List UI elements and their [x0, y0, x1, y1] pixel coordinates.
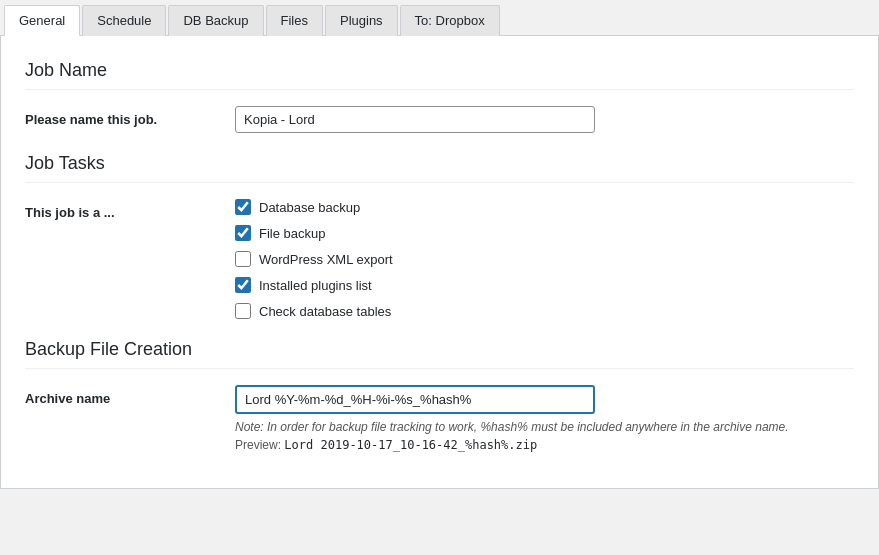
checkbox-database-backup[interactable]: Database backup [235, 199, 854, 215]
preview-value: Lord 2019-10-17_10-16-42_%hash%.zip [284, 438, 537, 452]
job-tasks-checkboxes: Database backup File backup WordPress XM… [235, 199, 854, 319]
preview-label: Preview: [235, 438, 281, 452]
job-tasks-section-title: Job Tasks [25, 153, 854, 183]
job-name-label: Please name this job. [25, 106, 235, 127]
checkbox-plugins-list[interactable]: Installed plugins list [235, 277, 854, 293]
checkbox-wordpress-xml-label: WordPress XML export [259, 252, 393, 267]
tab-schedule[interactable]: Schedule [82, 5, 166, 36]
tab-bar: General Schedule DB Backup Files Plugins… [0, 0, 879, 36]
job-tasks-row: This job is a ... Database backup File b… [25, 199, 854, 319]
checkbox-file-backup-input[interactable] [235, 225, 251, 241]
archive-name-row: Archive name Note: In order for backup f… [25, 385, 854, 452]
checkbox-check-db-tables-input[interactable] [235, 303, 251, 319]
main-content: Job Name Please name this job. Job Tasks… [0, 36, 879, 489]
checkbox-database-backup-label: Database backup [259, 200, 360, 215]
archive-name-control: Note: In order for backup file tracking … [235, 385, 854, 452]
tab-to-dropbox[interactable]: To: Dropbox [400, 5, 500, 36]
archive-name-label: Archive name [25, 385, 235, 406]
job-name-row: Please name this job. [25, 106, 854, 133]
job-name-input[interactable] [235, 106, 595, 133]
checkbox-file-backup-label: File backup [259, 226, 325, 241]
tab-plugins[interactable]: Plugins [325, 5, 398, 36]
note-content: In order for backup file tracking to wor… [264, 420, 789, 434]
tab-general[interactable]: General [4, 5, 80, 36]
backup-file-section-title: Backup File Creation [25, 339, 854, 369]
checkbox-database-backup-input[interactable] [235, 199, 251, 215]
tab-files[interactable]: Files [266, 5, 323, 36]
archive-preview: Preview: Lord 2019-10-17_10-16-42_%hash%… [235, 438, 854, 452]
tab-db-backup[interactable]: DB Backup [168, 5, 263, 36]
checkbox-wordpress-xml-input[interactable] [235, 251, 251, 267]
checkbox-file-backup[interactable]: File backup [235, 225, 854, 241]
job-name-section-title: Job Name [25, 60, 854, 90]
checkbox-wordpress-xml[interactable]: WordPress XML export [235, 251, 854, 267]
checkbox-plugins-list-label: Installed plugins list [259, 278, 372, 293]
archive-name-input[interactable] [235, 385, 595, 414]
archive-note: Note: In order for backup file tracking … [235, 420, 854, 434]
checkbox-plugins-list-input[interactable] [235, 277, 251, 293]
job-name-control [235, 106, 854, 133]
job-tasks-label: This job is a ... [25, 199, 235, 220]
checkbox-check-db-tables[interactable]: Check database tables [235, 303, 854, 319]
note-prefix: Note: [235, 420, 264, 434]
checkbox-check-db-tables-label: Check database tables [259, 304, 391, 319]
